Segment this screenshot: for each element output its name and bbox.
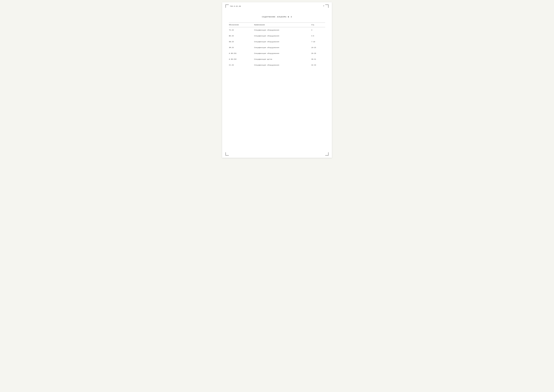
table-row: OB.CO Спецификация оборудования 7–18 [229,39,325,45]
table-row: ЭМ.CO Спецификация оборудования 19–25 [229,45,325,50]
row-page: 30–31 [311,58,325,60]
row-page: 3 [311,29,325,31]
row-name: Спецификация оборудования [254,35,311,37]
row-name: Спецификация оборудования [254,53,311,54]
row-id: ЭМ.CO [229,47,254,49]
header-col-page: Стр. [311,24,325,26]
row-name: Спецификация оборудования [254,41,311,43]
row-name: Спецификация оборудования [254,64,311,66]
row-id: OB.CO [229,41,254,43]
corner-bracket-top-left [225,5,229,8]
row-id: BK.CO [229,35,254,37]
corner-bracket-bottom-right [325,152,329,155]
content-table: Обозначение Наименование Стр. TX.CO Спец… [229,22,325,68]
row-page: 7–18 [311,41,325,43]
table-row: А ОВ.СО1 Спецификация оборудования 26–29 [229,50,325,56]
row-page: 19–25 [311,47,325,49]
row-page: 26–29 [311,53,325,54]
header-col-name: Наименование [254,24,311,26]
header-col-oznachenie: Обозначение [229,24,254,26]
table-row: BK.CO Спецификация оборудования 4–6 [229,33,325,39]
row-name: Спецификация щитов [254,58,311,60]
row-id: А ОВ.СО1 [229,53,254,54]
row-name: Спецификация оборудования [254,29,311,31]
table-body: TX.CO Спецификация оборудования 3 BK.CO … [229,27,325,68]
row-name: Спецификация оборудования [254,47,311,49]
row-page: 4–6 [311,35,325,37]
row-id: А ОВ.СО2 [229,58,254,60]
table-row: TX.CO Спецификация оборудования 3 [229,27,325,33]
page-title: СОДЕРЖАНИЕ АЛЬБОМА № З [229,16,325,18]
document-page: 709-9-92.88 2 СОДЕРЖАНИЕ АЛЬБОМА № З Обо… [222,2,332,158]
page-number: 2 [323,5,324,7]
table-row: А ОВ.СО2 Спецификация щитов 30–31 [229,56,325,62]
corner-bracket-bottom-left [225,152,229,155]
corner-bracket-top-right [325,5,329,8]
row-id: СС.СО [229,64,254,66]
row-page: 32–33 [311,64,325,66]
table-row: СС.СО Спецификация оборудования 32–33 [229,62,325,68]
table-header-row: Обозначение Наименование Стр. [229,23,325,27]
row-id: TX.CO [229,29,254,31]
doc-number: 709-9-92.88 [230,6,241,7]
